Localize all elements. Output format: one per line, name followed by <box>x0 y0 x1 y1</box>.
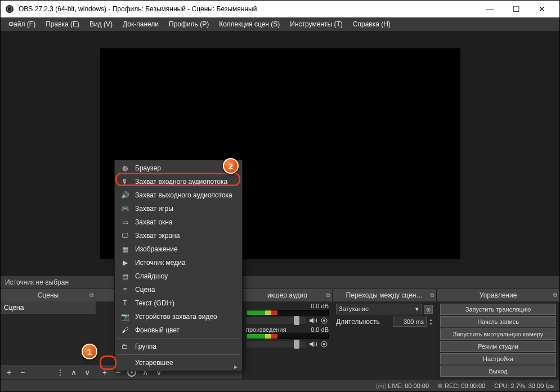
menu-scenes[interactable]: Коллекция сцен (S) <box>214 19 284 30</box>
add-source-menu: ◍Браузер🎙Захват входного аудиопотока🔊Зах… <box>114 160 243 371</box>
scene-remove-button[interactable]: − <box>16 366 29 379</box>
popout-icon[interactable]: ⧉ <box>326 292 330 299</box>
titlebar: OBS 27.2.3 (64-bit, windows) - Профиль: … <box>1 1 559 17</box>
scene-icon: ≡ <box>120 285 129 294</box>
scene-down-button[interactable]: ∨ <box>81 366 93 379</box>
scenes-list[interactable]: Сцена <box>1 301 96 364</box>
scene-up-button[interactable]: ∧ <box>68 366 80 379</box>
duration-label: Длительность <box>336 318 391 326</box>
ctx-Текст-(GDI+)[interactable]: TТекст (GDI+) <box>115 296 242 310</box>
no-source-label: Источник не выбран <box>1 276 559 289</box>
cpu-status: CPU: 2.7%, 30.00 fps <box>494 382 554 389</box>
svg-point-9 <box>428 309 429 310</box>
obs-logo-icon <box>5 4 14 13</box>
ctx-Фоновый-цвет[interactable]: 🖌Фоновый цвет <box>115 323 242 337</box>
ctx-Захват-выходного-аудиопотока[interactable]: 🔊Захват выходного аудиопотока <box>115 188 242 202</box>
mic-icon: 🎙 <box>120 177 129 186</box>
menu-help[interactable]: Справка (H) <box>348 19 395 30</box>
ctx-Изображение[interactable]: ▦Изображение <box>115 242 242 256</box>
close-button[interactable]: ✕ <box>529 1 555 17</box>
monitor-icon: 🖵 <box>120 231 129 240</box>
speaker-icon[interactable] <box>308 316 317 325</box>
menu-edit[interactable]: Правка (E) <box>41 19 84 30</box>
ctx-Устройство-захвата-видео[interactable]: 📷Устройство захвата видео <box>115 310 242 323</box>
menu-tools[interactable]: Инструменты (T) <box>285 19 347 30</box>
window-icon: ▭ <box>120 218 129 227</box>
docks-row: Сцены⧉ Сцена + − ⋮ ∧ ∨ Источники⧉ ил <box>1 289 559 379</box>
scenes-dock: Сцены⧉ Сцена + − ⋮ ∧ ∨ <box>1 289 96 379</box>
mixer-channel: 0.0 dB <box>246 303 329 325</box>
marker-2: 2 <box>223 158 239 174</box>
scene-filter-button[interactable]: ⋮ <box>54 366 66 379</box>
statusbar: LIVE: 00:00:00 REC: 00:00:00 CPU: 2.7%, … <box>1 379 559 391</box>
db-label: 0.0 dB <box>311 326 329 333</box>
image-icon: ▦ <box>120 245 129 254</box>
mixer-channel: произведения0.0 dB <box>246 326 329 349</box>
gear-icon[interactable] <box>320 316 329 325</box>
transition-select[interactable]: Затухание▾ <box>336 304 422 314</box>
ctx-Слайдшоу[interactable]: ▤Слайдшоу <box>115 269 242 283</box>
popout-icon[interactable]: ⧉ <box>430 292 434 299</box>
menu-dock[interactable]: Док-панели <box>118 19 163 30</box>
ctx-Захват-игры[interactable]: 🎮Захват игры <box>115 202 242 215</box>
transitions-dock: Переходы между сцен…⧉ Затухание▾ Длитель… <box>333 289 437 379</box>
minimize-button[interactable]: — <box>477 1 503 17</box>
globe-icon: ◍ <box>120 164 129 173</box>
exit-button[interactable]: Выход <box>440 366 556 377</box>
speaker-icon[interactable] <box>308 340 317 349</box>
start-record-button[interactable]: Начать запись <box>440 316 556 327</box>
blank-icon <box>120 358 129 367</box>
volume-slider[interactable] <box>246 341 306 348</box>
text-icon: T <box>120 299 129 308</box>
scene-add-button[interactable]: + <box>3 366 15 379</box>
folder-icon: 🗀 <box>120 342 129 351</box>
maximize-button[interactable]: ☐ <box>503 1 529 17</box>
settings-button[interactable]: Настройки <box>440 353 556 364</box>
gear-icon[interactable] <box>320 340 329 349</box>
controls-dock: Управление⧉ Запустить трансляцию Начать … <box>437 289 559 379</box>
studio-mode-button[interactable]: Режим студии <box>440 341 556 352</box>
db-label: 0.0 dB <box>311 303 329 309</box>
ctx-Захват-экрана[interactable]: 🖵Захват экрана <box>115 229 242 242</box>
start-stream-button[interactable]: Запустить трансляцию <box>440 304 556 315</box>
svg-point-0 <box>6 5 14 13</box>
camera-icon: 📷 <box>120 312 129 321</box>
ctx-Сцена[interactable]: ≡Сцена <box>115 283 242 296</box>
scenes-title: Сцены <box>38 291 59 299</box>
duration-stepper[interactable]: ▲▼ <box>429 318 433 326</box>
live-status: LIVE: 00:00:00 <box>376 382 429 389</box>
preview-area <box>1 31 559 276</box>
ctx-Захват-окна[interactable]: ▭Захват окна <box>115 215 242 229</box>
slides-icon: ▤ <box>120 272 129 281</box>
controls-title: Управление <box>480 291 517 299</box>
ctx-Группа[interactable]: 🗀Группа <box>115 340 242 353</box>
source-add-button[interactable]: + <box>98 366 111 379</box>
marker-1: 1 <box>82 344 97 359</box>
brush-icon: 🖌 <box>120 326 129 335</box>
start-virtualcam-button[interactable]: Запустить виртуальную камеру <box>440 328 556 340</box>
play-icon: ▶ <box>120 258 129 267</box>
audio-meter <box>246 334 329 339</box>
menu-view[interactable]: Вид (V) <box>85 19 117 30</box>
svg-point-7 <box>323 343 325 345</box>
ctx-Устаревшее[interactable]: Устаревшее <box>115 356 242 370</box>
volume-slider[interactable] <box>246 317 306 324</box>
ctx-Захват-входного-аудиопотока[interactable]: 🎙Захват входного аудиопотока <box>115 175 242 188</box>
popout-icon[interactable]: ⧉ <box>553 292 557 299</box>
svg-point-3 <box>131 371 133 373</box>
ctx-Источник-медиа[interactable]: ▶Источник медиа <box>115 256 242 269</box>
spk-icon: 🔊 <box>120 191 129 200</box>
duration-input[interactable]: 300 ms <box>393 317 427 327</box>
menu-file[interactable]: Файл (F) <box>4 19 40 30</box>
mixer-title: икшер аудио <box>267 291 307 299</box>
transitions-title: Переходы между сцен… <box>346 291 423 299</box>
menubar: Файл (F) Правка (E) Вид (V) Док-панели П… <box>1 17 559 31</box>
window-title: OBS 27.2.3 (64-bit, windows) - Профиль: … <box>19 5 257 13</box>
svg-point-5 <box>323 319 325 322</box>
menu-profile[interactable]: Профиль (P) <box>164 19 213 30</box>
popout-icon[interactable]: ⧉ <box>89 292 93 299</box>
gear-icon[interactable] <box>424 305 433 314</box>
scene-item[interactable]: Сцена <box>1 301 96 314</box>
audio-meter <box>246 310 329 316</box>
mixer-dock: икшер аудио⧉ 0.0 dB произведения0.0 dB <box>243 289 333 379</box>
